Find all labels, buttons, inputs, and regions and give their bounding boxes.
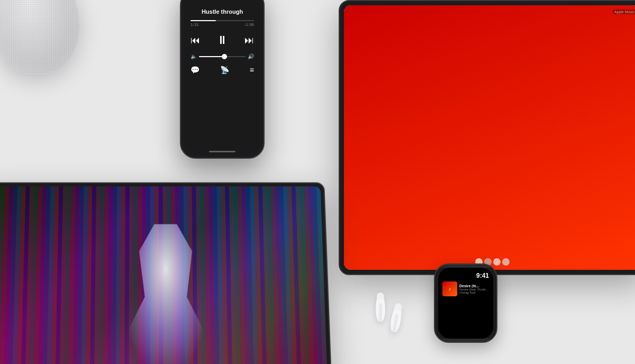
airplay-icon[interactable]: 📡 [220, 66, 229, 74]
progress-track [190, 20, 254, 21]
pause-icon[interactable]: ⏸ [216, 33, 228, 47]
bottom-icons: 💬 📡 ≡ [190, 66, 254, 74]
smile-album-art: Apple Music [474, 11, 522, 58]
volume-row: 🔈 🔊 [190, 53, 254, 59]
time-remaining: -1:36 [244, 22, 254, 27]
smile-album-card[interactable]: Apple Music Smile [474, 11, 522, 78]
time-current: 1:31 [190, 22, 199, 27]
airpod-left [376, 293, 385, 322]
ipad-video [0, 183, 332, 364]
watch-now-playing: ♪ Desire (fe... Desire (feat. Pushi... C… [442, 281, 489, 296]
performer-silhouette [117, 224, 215, 364]
watch-time: 9:41 [442, 272, 489, 279]
ipad-library: Library ⌄ 🕐 Recently Added 🎵 Artists 🎶 [339, 0, 635, 275]
volume-high-icon: 🔊 [248, 53, 254, 59]
watch-song-title: Desire (fe... [459, 284, 489, 288]
rewind-icon[interactable]: ⏮ [190, 35, 200, 46]
watch-band-top [440, 263, 491, 268]
airpod-left-stem [379, 303, 382, 322]
featured-album-area: Apple Music Smile [474, 11, 632, 78]
airpod-right-ear [394, 303, 402, 311]
volume-fill [199, 56, 224, 57]
watch-screen: 9:41 ♪ Desire (fe... Desire (feat. Pushi… [438, 268, 493, 339]
volume-track[interactable] [199, 56, 246, 57]
music-main: Apple Music Smile [466, 5, 635, 270]
iphone-home-bar [209, 151, 235, 152]
watch-band-bottom [440, 339, 491, 343]
progress-fill [190, 20, 216, 21]
playback-controls: ⏮ ⏸ ⏭ [190, 33, 254, 47]
volume-low-icon: 🔈 [190, 53, 197, 59]
progress-times: 1:31 -1:36 [190, 22, 254, 27]
watch-album-icon: ♪ [442, 281, 457, 296]
watch-song-artist: Desire (feat. Pushi... [459, 288, 489, 291]
homepod-body [0, 0, 79, 74]
queue-icon[interactable]: ≡ [250, 66, 254, 74]
watch-full-artist: Chirag Todi [459, 291, 489, 294]
apple-watch: 9:41 ♪ Desire (fe... Desire (feat. Pushi… [434, 263, 497, 343]
volume-thumb [222, 54, 227, 59]
ipad-screen: Library ⌄ 🕐 Recently Added 🎵 Artists 🎶 [344, 5, 635, 270]
smile-album-image: Apple Music [474, 11, 522, 58]
iphone-screen: Hustle through 1:31 -1:36 ⏮ ⏸ ⏭ 🔈 🔊 💬 [184, 0, 260, 154]
watch-song-info: Desire (fe... Desire (feat. Pushi... Chi… [459, 284, 489, 294]
video-content [0, 186, 328, 364]
progress-bar: 1:31 -1:36 [190, 20, 254, 27]
homepod-mesh [0, 0, 79, 74]
forward-icon[interactable]: ⏭ [244, 35, 254, 46]
ipad2-screen [0, 186, 328, 364]
lyrics-icon[interactable]: 💬 [190, 66, 199, 74]
performer [117, 224, 215, 364]
airpod-right-stem [392, 314, 398, 333]
featured-album-row: Apple Music Smile [474, 11, 632, 78]
airpod-right [389, 303, 403, 333]
airpod-left-ear [377, 293, 384, 300]
now-playing-title: Hustle through [202, 8, 243, 15]
iphone: Hustle through 1:31 -1:36 ⏮ ⏸ ⏭ 🔈 🔊 💬 [180, 0, 265, 159]
airpods [370, 269, 423, 332]
homepod [0, 0, 95, 116]
